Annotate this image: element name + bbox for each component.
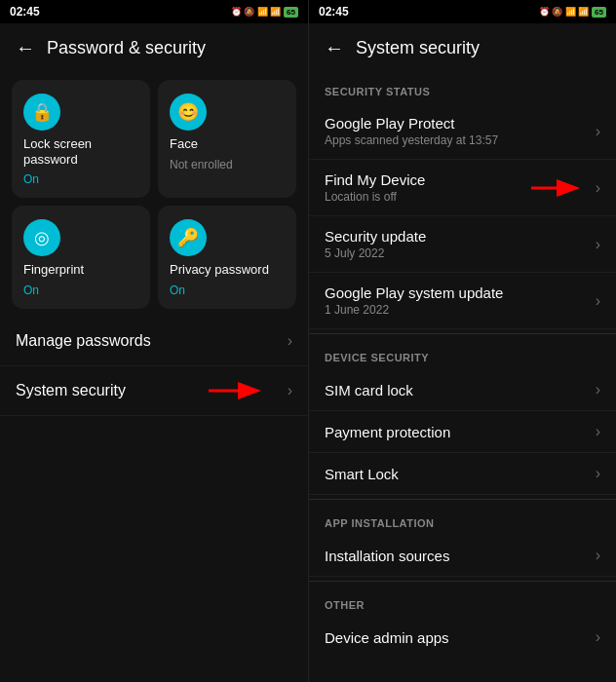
security-update-subtitle: 5 July 2022 bbox=[325, 246, 596, 260]
google-play-system-update-item[interactable]: Google Play system update 1 June 2022 › bbox=[309, 273, 616, 329]
security-grid: 🔒 Lock screen password On 😊 Face Not enr… bbox=[0, 72, 308, 317]
right-back-button[interactable]: ← bbox=[325, 37, 344, 59]
fingerprint-item[interactable]: ◎ Fingerprint On bbox=[12, 206, 150, 309]
security-update-content: Security update 5 July 2022 bbox=[325, 228, 596, 260]
left-status-bar: 02:45 ⏰ 🔕 📶 📶 65 bbox=[0, 0, 308, 23]
red-arrow-annotation-right bbox=[531, 175, 585, 201]
left-page-title: Password & security bbox=[47, 38, 206, 58]
app-installation-header: APP INSTALLATION bbox=[309, 504, 616, 535]
fingerprint-label: Fingerprint bbox=[23, 262, 138, 278]
manage-passwords-label: Manage passwords bbox=[16, 332, 151, 350]
right-time: 02:45 bbox=[319, 5, 349, 19]
other-header: OTHER bbox=[309, 586, 616, 617]
google-play-system-update-content: Google Play system update 1 June 2022 bbox=[325, 284, 596, 317]
left-time: 02:45 bbox=[10, 5, 40, 19]
google-play-protect-chevron: › bbox=[596, 123, 600, 140]
security-update-title: Security update bbox=[325, 228, 596, 245]
red-arrow-annotation-left bbox=[209, 377, 267, 404]
left-battery: 65 bbox=[284, 7, 298, 18]
smart-lock-title: Smart Lock bbox=[325, 466, 596, 482]
payment-protection-chevron: › bbox=[596, 423, 600, 440]
lock-screen-label: Lock screen password bbox=[23, 136, 138, 167]
manage-passwords-item[interactable]: Manage passwords › bbox=[0, 317, 308, 366]
right-page-title: System security bbox=[356, 38, 480, 58]
installation-sources-content: Installation sources bbox=[325, 548, 596, 564]
google-play-protect-content: Google Play Protect Apps scanned yesterd… bbox=[325, 115, 596, 147]
google-play-system-update-subtitle: 1 June 2022 bbox=[325, 303, 596, 317]
find-my-device-item[interactable]: Find My Device Location is off › bbox=[309, 160, 616, 216]
sim-card-lock-content: SIM card lock bbox=[325, 382, 596, 398]
device-security-header: DEVICE SECURITY bbox=[309, 338, 616, 369]
fingerprint-icon: ◎ bbox=[23, 219, 60, 256]
installation-sources-chevron: › bbox=[596, 547, 600, 564]
left-status-icons-text: ⏰ 🔕 📶 📶 bbox=[231, 7, 282, 17]
privacy-icon: 🔑 bbox=[170, 219, 207, 256]
right-scroll-content: SECURITY STATUS Google Play Protect Apps… bbox=[309, 72, 616, 682]
manage-passwords-chevron: › bbox=[288, 332, 292, 350]
face-icon: 😊 bbox=[170, 94, 207, 131]
smart-lock-item[interactable]: Smart Lock › bbox=[309, 453, 616, 495]
device-admin-apps-content: Device admin apps bbox=[325, 629, 596, 646]
find-my-device-chevron: › bbox=[596, 179, 600, 197]
right-status-icons-text: ⏰ 🔕 📶 📶 bbox=[539, 7, 590, 17]
payment-protection-title: Payment protection bbox=[325, 424, 596, 440]
google-play-protect-title: Google Play Protect bbox=[325, 115, 596, 132]
face-label: Face bbox=[170, 136, 285, 152]
installation-sources-item[interactable]: Installation sources › bbox=[309, 535, 616, 577]
lock-screen-status: On bbox=[23, 172, 138, 186]
right-battery: 65 bbox=[592, 7, 606, 18]
installation-sources-title: Installation sources bbox=[325, 548, 596, 564]
payment-protection-item[interactable]: Payment protection › bbox=[309, 411, 616, 453]
left-top-bar: ← Password & security bbox=[0, 23, 308, 72]
google-play-protect-item[interactable]: Google Play Protect Apps scanned yesterd… bbox=[309, 103, 616, 160]
smart-lock-content: Smart Lock bbox=[325, 466, 596, 482]
lock-screen-password-item[interactable]: 🔒 Lock screen password On bbox=[12, 80, 150, 198]
security-update-chevron: › bbox=[596, 236, 600, 253]
system-security-chevron: › bbox=[288, 382, 292, 399]
fingerprint-status: On bbox=[23, 284, 138, 297]
payment-protection-content: Payment protection bbox=[325, 424, 596, 440]
face-item[interactable]: 😊 Face Not enrolled bbox=[158, 80, 296, 198]
right-panel: 02:45 ⏰ 🔕 📶 📶 65 ← System security SECUR… bbox=[308, 0, 616, 682]
system-security-label: System security bbox=[16, 382, 126, 399]
smart-lock-chevron: › bbox=[596, 465, 600, 482]
privacy-label: Privacy password bbox=[170, 262, 285, 278]
device-admin-apps-title: Device admin apps bbox=[325, 629, 596, 646]
security-status-header: SECURITY STATUS bbox=[309, 72, 616, 103]
google-play-system-update-title: Google Play system update bbox=[325, 284, 596, 301]
google-play-protect-subtitle: Apps scanned yesterday at 13:57 bbox=[325, 133, 596, 147]
left-status-icons: ⏰ 🔕 📶 📶 65 bbox=[231, 7, 298, 18]
divider-2 bbox=[309, 499, 616, 500]
right-status-bar: 02:45 ⏰ 🔕 📶 📶 65 bbox=[309, 0, 616, 23]
system-security-item[interactable]: System security › bbox=[0, 366, 308, 416]
divider-1 bbox=[309, 333, 616, 334]
privacy-status: On bbox=[170, 284, 285, 297]
sim-card-lock-chevron: › bbox=[596, 381, 600, 398]
device-admin-apps-item[interactable]: Device admin apps › bbox=[309, 617, 616, 658]
privacy-password-item[interactable]: 🔑 Privacy password On bbox=[158, 206, 296, 309]
divider-3 bbox=[309, 581, 616, 582]
right-top-bar: ← System security bbox=[309, 23, 616, 72]
left-panel: 02:45 ⏰ 🔕 📶 📶 65 ← Password & security 🔒… bbox=[0, 0, 308, 682]
lock-icon: 🔒 bbox=[23, 94, 60, 131]
left-back-button[interactable]: ← bbox=[16, 37, 35, 59]
sim-card-lock-title: SIM card lock bbox=[325, 382, 596, 398]
face-status: Not enrolled bbox=[170, 158, 285, 171]
google-play-system-update-chevron: › bbox=[596, 292, 600, 310]
device-admin-apps-chevron: › bbox=[596, 628, 600, 646]
security-update-item[interactable]: Security update 5 July 2022 › bbox=[309, 216, 616, 273]
right-status-icons: ⏰ 🔕 📶 📶 65 bbox=[539, 7, 606, 18]
sim-card-lock-item[interactable]: SIM card lock › bbox=[309, 369, 616, 411]
